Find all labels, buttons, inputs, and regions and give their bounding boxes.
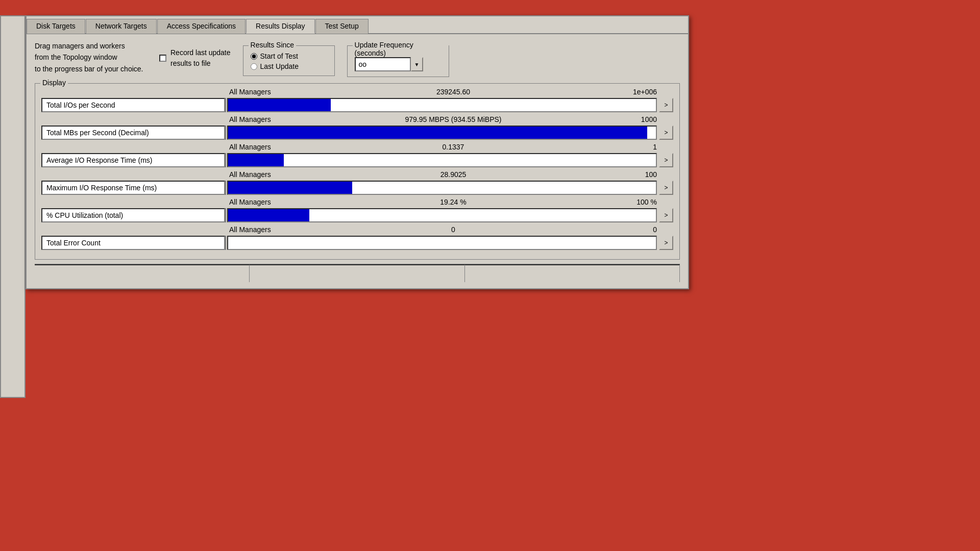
results-since-title: Results Since [249, 41, 297, 49]
metric-1-max: 1000 [616, 115, 657, 123]
metric-4-label: % CPU Utilization (total) [41, 208, 225, 222]
metric-2-bar-fill [228, 154, 284, 166]
metric-2-value: 0.1337 [290, 143, 616, 151]
metric-4-arrow[interactable]: > [659, 208, 673, 222]
metric-2-arrow[interactable]: > [659, 153, 673, 167]
results-since-last[interactable]: Last Update [251, 62, 327, 70]
results-since-radio-start[interactable] [251, 53, 257, 60]
metric-1-value: 979.95 MBPS (934.55 MiBPS) [290, 115, 616, 123]
metric-5-value: 0 [290, 226, 616, 234]
drag-instruction: Drag managers and workers from the Topol… [35, 40, 147, 74]
update-frequency-input[interactable] [355, 57, 411, 71]
record-section: Record last update results to file [159, 40, 231, 69]
metric-3-label: Maximum I/O Response Time (ms) [41, 181, 225, 195]
metric-1-label: Total MBs per Second (Decimal) [41, 126, 225, 140]
metric-group-0: All Managers 239245.60 1e+006 Total I/Os… [41, 88, 673, 112]
metric-3-arrow[interactable]: > [659, 181, 673, 195]
metric-5-label: Total Error Count [41, 236, 225, 250]
metric-row-3: Maximum I/O Response Time (ms) > [41, 181, 673, 195]
metric-group-4: All Managers 19.24 % 100 % % CPU Utiliza… [41, 198, 673, 222]
update-frequency-dropdown[interactable]: ▼ [411, 57, 423, 71]
display-section-title: Display [40, 79, 68, 87]
metric-group-1: All Managers 979.95 MBPS (934.55 MiBPS) … [41, 115, 673, 140]
tab-bar: Disk Targets Network Targets Access Spec… [27, 16, 688, 34]
metric-info-5: All Managers 0 0 [41, 226, 673, 235]
metric-4-max: 100 % [616, 198, 657, 206]
main-window: Disk Targets Network Targets Access Spec… [26, 15, 689, 289]
record-checkbox[interactable] [159, 55, 166, 62]
metric-1-arrow[interactable]: > [659, 126, 673, 140]
tab-network-targets[interactable]: Network Targets [86, 19, 157, 34]
metric-info-4: All Managers 19.24 % 100 % [41, 198, 673, 207]
metric-group-5: All Managers 0 0 Total Error Count > [41, 226, 673, 250]
metric-0-manager: All Managers [229, 88, 290, 96]
metric-3-manager: All Managers [229, 170, 290, 179]
update-frequency-title: Update Frequency (seconds) [353, 41, 449, 57]
metric-info-1: All Managers 979.95 MBPS (934.55 MiBPS) … [41, 115, 673, 124]
metric-1-manager: All Managers [229, 115, 290, 123]
bottom-bar [35, 264, 680, 282]
metric-row-2: Average I/O Response Time (ms) > [41, 153, 673, 167]
metric-0-value: 239245.60 [290, 88, 616, 96]
metric-3-bar-fill [228, 182, 352, 194]
metric-info-2: All Managers 0.1337 1 [41, 143, 673, 152]
metric-0-label: Total I/Os per Second [41, 98, 225, 112]
results-since-box: Results Since Start of Test Last Update [243, 45, 335, 76]
metric-5-max: 0 [616, 226, 657, 234]
metric-4-value: 19.24 % [290, 198, 616, 206]
metric-0-bar-track [227, 98, 657, 112]
metric-0-bar-fill [228, 99, 331, 111]
tab-test-setup[interactable]: Test Setup [315, 19, 369, 34]
metric-4-bar-track [227, 208, 657, 222]
metric-4-bar-fill [228, 209, 309, 221]
tab-results-display[interactable]: Results Display [246, 19, 314, 34]
metric-info-0: All Managers 239245.60 1e+006 [41, 88, 673, 97]
update-frequency-box: Update Frequency (seconds) ▼ [347, 45, 449, 77]
metric-1-bar-fill [228, 127, 647, 139]
metric-5-arrow[interactable]: > [659, 236, 673, 250]
content-area: Drag managers and workers from the Topol… [27, 34, 688, 288]
bottom-cell-2 [250, 264, 464, 282]
metric-2-max: 1 [616, 143, 657, 151]
update-frequency-input-row: ▼ [355, 57, 442, 71]
metric-row-1: Total MBs per Second (Decimal) > [41, 126, 673, 140]
tab-disk-targets[interactable]: Disk Targets [27, 19, 85, 34]
results-since-start[interactable]: Start of Test [251, 52, 327, 60]
metric-0-arrow[interactable]: > [659, 98, 673, 112]
bottom-cell-1 [35, 264, 250, 282]
metric-3-max: 100 [616, 170, 657, 179]
display-section: Display All Managers 239245.60 1e+006 To… [35, 83, 680, 260]
metric-5-manager: All Managers [229, 226, 290, 234]
tab-access-specifications[interactable]: Access Specifications [157, 19, 246, 34]
metric-3-bar-track [227, 181, 657, 195]
metric-5-bar-track [227, 236, 657, 250]
metric-row-4: % CPU Utilization (total) > [41, 208, 673, 222]
bottom-cell-3 [465, 264, 680, 282]
top-section: Drag managers and workers from the Topol… [35, 40, 680, 77]
results-since-radio-last[interactable] [251, 63, 257, 70]
metric-group-3: All Managers 28.9025 100 Maximum I/O Res… [41, 170, 673, 195]
metric-4-manager: All Managers [229, 198, 290, 206]
metric-row-0: Total I/Os per Second > [41, 98, 673, 112]
metric-info-3: All Managers 28.9025 100 [41, 170, 673, 180]
metric-row-5: Total Error Count > [41, 236, 673, 250]
metric-2-label: Average I/O Response Time (ms) [41, 153, 225, 167]
metric-0-max: 1e+006 [616, 88, 657, 96]
metric-2-bar-track [227, 153, 657, 167]
metric-3-value: 28.9025 [290, 170, 616, 179]
record-label: Record last update results to file [170, 47, 231, 69]
metric-group-2: All Managers 0.1337 1 Average I/O Respon… [41, 143, 673, 167]
metric-2-manager: All Managers [229, 143, 290, 151]
left-sidebar [0, 15, 26, 398]
metric-1-bar-track [227, 126, 657, 140]
